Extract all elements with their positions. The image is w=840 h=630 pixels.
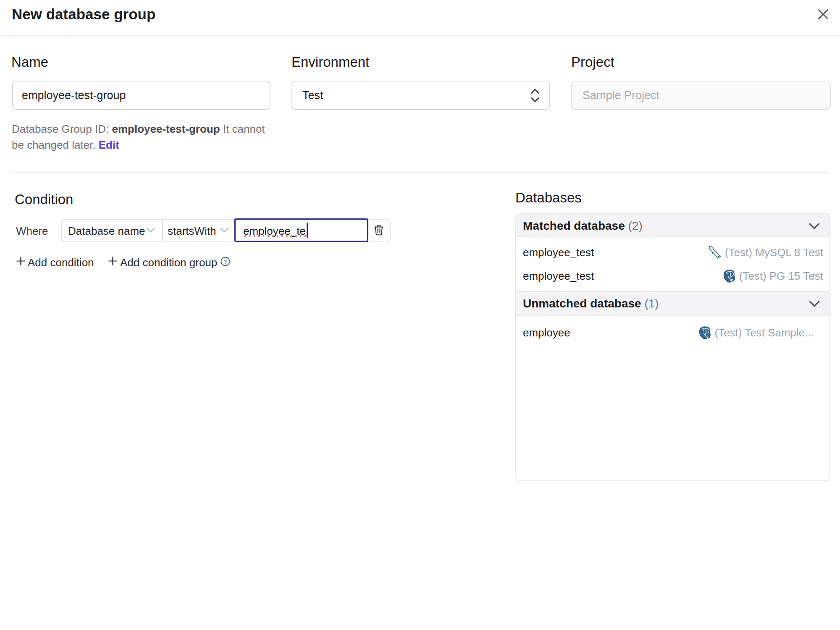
svg-text:?: ? <box>224 258 227 265</box>
